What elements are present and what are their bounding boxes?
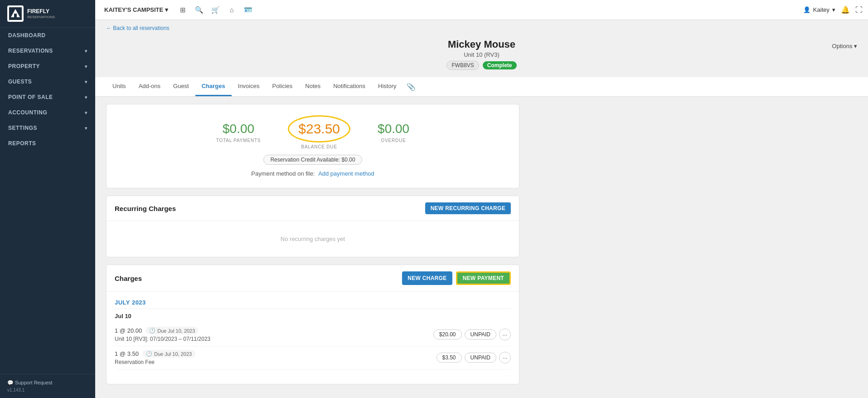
charge-amount-button-1[interactable]: $20.00 (433, 329, 462, 339)
tab-invoices[interactable]: Invoices (232, 77, 266, 96)
charge-amount-button-2[interactable]: $3.50 (436, 353, 462, 363)
reservation-name: Mickey Mouse (106, 39, 857, 50)
user-icon: 👤 (803, 6, 810, 13)
attach-icon[interactable]: 📎 (403, 78, 419, 96)
table-row: 1 @ 3.50 🕐 Due Jul 10, 2023 Reservation … (115, 346, 511, 369)
tab-notes[interactable]: Notes (299, 77, 327, 96)
charge-actions-2: $3.50 UNPAID ··· (436, 352, 511, 364)
recurring-charges-section: Recurring Charges NEW RECURRING CHARGE N… (106, 196, 519, 257)
sidebar: FIREFLY RESERVATIONS DASHBOARD RESERVATI… (0, 0, 95, 398)
charge-more-button-1[interactable]: ··· (499, 329, 511, 340)
reservation-title-area: Mickey Mouse Unit 10 (RV3) FWB8VS Comple… (106, 35, 857, 72)
sidebar-item-guests[interactable]: GUESTS ▾ (0, 74, 95, 89)
charge-info-2: 1 @ 3.50 🕐 Due Jul 10, 2023 Reservation … (115, 350, 433, 365)
overdue-block: $0.00 OVERDUE (378, 122, 409, 143)
charge-qty-price-1: 1 @ 20.00 🕐 Due Jul 10, 2023 (115, 327, 430, 334)
user-chevron-icon: ▾ (832, 6, 835, 13)
recurring-charges-body: No recurring charges yet (107, 221, 519, 257)
topbar-icons: ⊞ 🔍 🛒 ⌂ 🪪 (175, 3, 255, 17)
logo-name: FIREFLY (27, 8, 55, 15)
site-selector[interactable]: KAITEY'S CAMPSITE ▾ (101, 4, 172, 16)
charges-header: Charges NEW CHARGE NEW PAYMENT (107, 265, 519, 291)
payment-method-label: Payment method on file: (251, 170, 315, 177)
version-label: v1.143.1 (7, 388, 88, 393)
user-name: Kaitey (813, 6, 829, 13)
grid-icon-button[interactable]: ⊞ (175, 3, 190, 17)
sidebar-item-reservations[interactable]: RESERVATIONS ▾ (0, 43, 95, 59)
sidebar-item-point-of-sale[interactable]: POINT OF SALE ▾ (0, 89, 95, 105)
chevron-icon: ▾ (85, 95, 87, 100)
content-area: ← Back to all reservations Mickey Mouse … (95, 20, 868, 398)
chevron-icon: ▾ (85, 126, 87, 131)
tab-notifications[interactable]: Notifications (327, 77, 372, 96)
total-payments-value: $0.00 (216, 122, 261, 136)
options-button[interactable]: Options ▾ (832, 43, 857, 49)
sidebar-logo: FIREFLY RESERVATIONS (0, 0, 95, 28)
clock-icon: 🕐 (146, 351, 152, 357)
user-menu[interactable]: 👤 Kaitey ▾ (803, 6, 835, 13)
expand-icon[interactable]: ⛶ (855, 6, 863, 14)
back-link[interactable]: ← Back to all reservations (106, 25, 169, 31)
day-group-jul10: Jul 10 1 @ 20.00 🕐 Due Jul 10, (115, 313, 511, 369)
payment-method-row: Payment method on file: Add payment meth… (251, 170, 374, 177)
tabs-area: Units Add-ons Guest Charges Invoices Pol… (95, 77, 868, 97)
chevron-icon: ▾ (85, 64, 87, 69)
charge-info-1: 1 @ 20.00 🕐 Due Jul 10, 2023 Unit 10 [RV… (115, 327, 430, 342)
add-payment-link[interactable]: Add payment method (318, 170, 374, 177)
reservation-status-badge: Complete (483, 61, 517, 69)
summary-amounts: $0.00 TOTAL PAYMENTS $23.50 BALANCE DUE … (117, 115, 508, 149)
sidebar-item-dashboard[interactable]: DASHBOARD (0, 28, 95, 43)
overdue-label: OVERDUE (378, 138, 409, 143)
overdue-value: $0.00 (378, 122, 409, 136)
charges-body: JULY 2023 Jul 10 1 @ 20.00 (107, 291, 519, 384)
tab-addons[interactable]: Add-ons (132, 77, 167, 96)
total-payments-block: $0.00 TOTAL PAYMENTS (216, 122, 261, 143)
tab-charges[interactable]: Charges (195, 77, 232, 96)
site-name: KAITEY'S CAMPSITE (104, 6, 163, 13)
main-area: KAITEY'S CAMPSITE ▾ ⊞ 🔍 🛒 ⌂ 🪪 👤 Kaitey ▾… (95, 0, 868, 398)
tab-policies[interactable]: Policies (266, 77, 299, 96)
credit-value: $0.00 (342, 157, 355, 163)
logo-box (7, 5, 24, 22)
chevron-icon: ▾ (85, 49, 87, 54)
new-payment-button[interactable]: NEW PAYMENT (456, 271, 511, 285)
sidebar-item-reports[interactable]: REPORTS (0, 136, 95, 151)
charge-status-button-2[interactable]: UNPAID (465, 353, 496, 363)
cart-icon-button[interactable]: 🛒 (208, 3, 223, 17)
tab-guest[interactable]: Guest (167, 77, 195, 96)
balance-due-circle: $23.50 (288, 115, 350, 142)
charge-status-button-1[interactable]: UNPAID (465, 329, 496, 339)
new-charge-button[interactable]: NEW CHARGE (402, 271, 452, 285)
total-payments-label: TOTAL PAYMENTS (216, 138, 261, 143)
charge-due-2: 🕐 Due Jul 10, 2023 (142, 350, 195, 358)
bell-icon[interactable]: 🔔 (841, 5, 850, 14)
topbar-right: 👤 Kaitey ▾ 🔔 ⛶ (803, 5, 863, 14)
charge-more-button-2[interactable]: ··· (499, 352, 511, 364)
sidebar-nav: DASHBOARD RESERVATIONS ▾ PROPERTY ▾ GUES… (0, 28, 95, 151)
day-label: Jul 10 (115, 313, 511, 319)
id-icon-button[interactable]: 🪪 (241, 3, 255, 17)
chevron-icon: ▾ (85, 79, 87, 84)
table-row: 1 @ 20.00 🕐 Due Jul 10, 2023 Unit 10 [RV… (115, 323, 511, 346)
tab-units[interactable]: Units (106, 77, 132, 96)
charge-due-date-2: Due Jul 10, 2023 (154, 351, 192, 357)
sidebar-item-property[interactable]: PROPERTY ▾ (0, 59, 95, 74)
charge-qty-2: 1 @ 3.50 (115, 350, 139, 357)
sidebar-item-accounting[interactable]: ACCOUNTING ▾ (0, 105, 95, 120)
tab-history[interactable]: History (372, 77, 402, 96)
home-icon-button[interactable]: ⌂ (224, 3, 239, 17)
inner-content: $0.00 TOTAL PAYMENTS $23.50 BALANCE DUE … (95, 97, 530, 398)
sidebar-item-settings[interactable]: SETTINGS ▾ (0, 120, 95, 136)
balance-due-block: $23.50 BALANCE DUE (288, 115, 350, 149)
sidebar-footer: 💬 Support Request v1.143.1 (0, 374, 95, 398)
new-recurring-charge-button[interactable]: NEW RECURRING CHARGE (425, 202, 511, 214)
search-icon-button[interactable]: 🔍 (192, 3, 206, 17)
charge-description-2: Reservation Fee (115, 359, 433, 365)
charge-actions-1: $20.00 UNPAID ··· (433, 329, 511, 340)
support-request-link[interactable]: 💬 Support Request (7, 380, 88, 386)
month-label: JULY 2023 (115, 299, 511, 309)
recurring-charges-header: Recurring Charges NEW RECURRING CHARGE (107, 196, 519, 221)
svg-rect-2 (14, 14, 17, 17)
charges-section: Charges NEW CHARGE NEW PAYMENT JULY 2023 (106, 265, 519, 384)
charge-due-1: 🕐 Due Jul 10, 2023 (145, 327, 199, 334)
